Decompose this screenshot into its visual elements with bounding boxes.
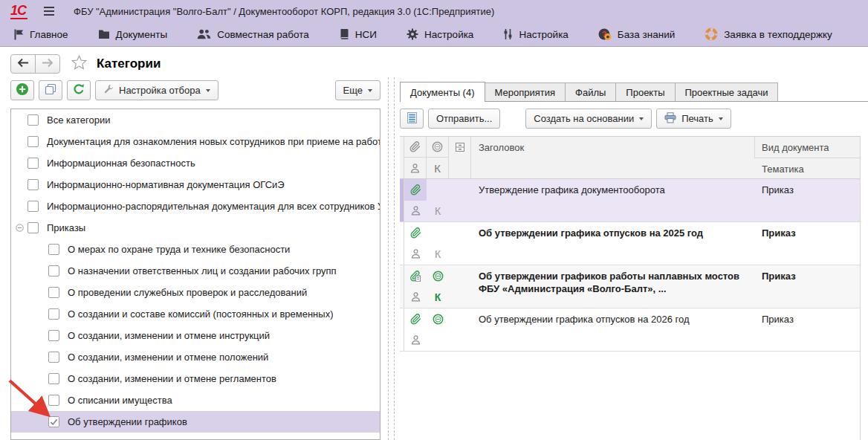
people-icon bbox=[197, 29, 211, 39]
nav-item-nsi[interactable]: НСИ bbox=[339, 28, 377, 40]
category-checkbox[interactable] bbox=[27, 222, 39, 233]
category-checkbox[interactable] bbox=[48, 352, 59, 363]
table-row[interactable]: КОб утверждении графика отпусков на 2025… bbox=[400, 222, 860, 265]
category-label: О создании и составе комиссий (постоянны… bbox=[68, 308, 333, 320]
category-checkbox[interactable] bbox=[27, 201, 39, 212]
forward-button[interactable] bbox=[35, 54, 60, 74]
left-toolbar: Настройка отбора Еще bbox=[10, 80, 380, 100]
category-label: О создании, изменении и отмене регламент… bbox=[68, 373, 276, 384]
send-button[interactable]: Отправить... bbox=[428, 109, 500, 129]
cardfile-empty-cell bbox=[449, 222, 471, 265]
cardfile-empty-cell bbox=[449, 179, 471, 221]
column-header-doctype[interactable]: Вид документа bbox=[755, 137, 860, 158]
paperclip-document-icon bbox=[404, 265, 427, 287]
create-from-label: Создать на основании bbox=[534, 113, 634, 124]
tree-item[interactable]: О создании, изменении и отмене регламент… bbox=[11, 368, 380, 389]
add-button[interactable] bbox=[10, 80, 34, 100]
hamburger-menu-icon[interactable] bbox=[44, 7, 54, 16]
tab-files[interactable]: Файлы bbox=[565, 82, 616, 101]
nav-item-settings[interactable]: Настройка bbox=[407, 28, 473, 40]
filter-settings-button[interactable]: Настройка отбора bbox=[95, 80, 218, 100]
tree-item[interactable]: О назначении ответственных лиц и создани… bbox=[11, 260, 380, 282]
nav-item-label: Настройка bbox=[424, 29, 473, 40]
column-header-title[interactable]: Заголовок bbox=[471, 137, 755, 158]
chevron-down-icon bbox=[719, 117, 723, 120]
title-bar: 1С ФБУ "Администрация "Волго-Балт" / Док… bbox=[0, 0, 868, 22]
tree-item[interactable]: О создании, изменении и отмене положений bbox=[11, 346, 380, 368]
category-checkbox[interactable] bbox=[27, 179, 39, 190]
nav-bar: ГлавноеДокументыСовместная работаНСИНаст… bbox=[0, 22, 868, 47]
k-column-header: К bbox=[427, 158, 448, 178]
nav-item-label: Совместная работа bbox=[217, 29, 309, 40]
tree-item[interactable]: Документация для ознакомления новых сотр… bbox=[11, 131, 380, 152]
panel-splitter[interactable] bbox=[388, 77, 395, 440]
category-checkbox[interactable] bbox=[48, 373, 59, 384]
nav-item-knowledge-base[interactable]: ?База знаний bbox=[598, 28, 675, 41]
sliders-icon bbox=[503, 28, 513, 40]
stamp-empty-cell bbox=[427, 179, 449, 201]
tab-documents[interactable]: Документы (4) bbox=[400, 82, 485, 102]
tab-events[interactable]: Мероприятия bbox=[485, 82, 566, 101]
back-button[interactable] bbox=[10, 54, 36, 74]
nav-item-settings-2[interactable]: Настройка bbox=[503, 28, 568, 40]
category-checkbox[interactable] bbox=[48, 330, 59, 341]
tree-item[interactable]: О создании, изменении и отмене инструкци… bbox=[11, 325, 380, 346]
tree-item[interactable]: Все категории bbox=[11, 109, 380, 131]
paperclip-icon bbox=[404, 222, 427, 244]
printer-icon bbox=[664, 112, 676, 126]
category-checkbox[interactable] bbox=[27, 158, 39, 169]
nav-item-label: База знаний bbox=[618, 29, 675, 40]
category-checkbox[interactable] bbox=[48, 308, 59, 320]
wrench-icon bbox=[103, 84, 114, 97]
tree-item[interactable]: Информационная безопастность bbox=[11, 152, 380, 174]
tree-item[interactable]: Информационно-распорядительная документа… bbox=[11, 195, 380, 217]
category-checkbox[interactable] bbox=[48, 244, 59, 255]
category-checkbox[interactable] bbox=[48, 265, 59, 276]
send-label: Отправить... bbox=[436, 113, 492, 124]
back-icon bbox=[17, 57, 29, 71]
create-from-button[interactable]: Создать на основании bbox=[525, 109, 652, 129]
collapse-icon[interactable] bbox=[16, 224, 27, 232]
category-checkbox[interactable] bbox=[48, 395, 59, 406]
more-button[interactable]: Еще bbox=[335, 80, 380, 100]
table-row[interactable]: КУтверждение графика документооборотаПри… bbox=[400, 179, 860, 222]
favorite-star-icon[interactable] bbox=[71, 54, 88, 74]
copy-button[interactable] bbox=[39, 80, 62, 100]
column-header-theme[interactable]: Тематика bbox=[755, 158, 860, 180]
nav-item-label: НСИ bbox=[355, 29, 377, 40]
chevron-down-icon bbox=[368, 89, 372, 92]
refresh-button[interactable] bbox=[67, 80, 91, 100]
table-row[interactable]: КОб утверждении графиков работы наплавны… bbox=[400, 265, 860, 308]
category-checkbox[interactable] bbox=[48, 416, 59, 427]
k-mark: К bbox=[427, 244, 449, 265]
tab-projects[interactable]: Проекты bbox=[615, 82, 675, 101]
nav-item-support-request[interactable]: Заявка в техподдержку bbox=[705, 28, 832, 41]
k-empty-cell bbox=[427, 330, 449, 352]
book-icon bbox=[339, 28, 349, 40]
tree-item[interactable]: Об утверждении графиков bbox=[11, 411, 380, 433]
category-checkbox[interactable] bbox=[27, 136, 39, 147]
tree-item[interactable]: О создании и составе комиссий (постоянны… bbox=[11, 303, 380, 325]
list-view-button[interactable] bbox=[400, 109, 424, 129]
tree-item[interactable]: Информационно-нормативная документация О… bbox=[11, 174, 380, 195]
person-icon bbox=[404, 330, 427, 352]
category-checkbox[interactable] bbox=[27, 114, 39, 126]
tab-project-tasks[interactable]: Проектные задачи bbox=[675, 82, 779, 101]
flag-icon bbox=[13, 29, 24, 40]
print-button[interactable]: Печать bbox=[656, 109, 731, 129]
nav-item-main[interactable]: Главное bbox=[13, 29, 68, 40]
paperclip-icon bbox=[404, 179, 427, 201]
category-checkbox[interactable] bbox=[48, 287, 59, 298]
table-row[interactable]: Об утверждении графика отпусков на 2026 … bbox=[400, 308, 860, 352]
tree-item[interactable]: О проведении служебных проверок и рассле… bbox=[11, 282, 380, 303]
tree-item[interactable]: О списании имущества bbox=[11, 389, 380, 411]
nav-item-documents[interactable]: Документы bbox=[98, 29, 168, 40]
category-label: Информационно-распорядительная документа… bbox=[47, 201, 380, 212]
person-icon bbox=[404, 244, 427, 265]
nav-item-collaboration[interactable]: Совместная работа bbox=[197, 29, 309, 40]
category-label: О назначении ответственных лиц и создани… bbox=[68, 265, 337, 276]
nav-item-label: Главное bbox=[30, 29, 68, 40]
document-type: Приказ bbox=[755, 308, 860, 351]
tree-item[interactable]: Приказы bbox=[11, 217, 380, 239]
tree-item[interactable]: О мерах по охране труда и технике безопа… bbox=[11, 239, 380, 260]
